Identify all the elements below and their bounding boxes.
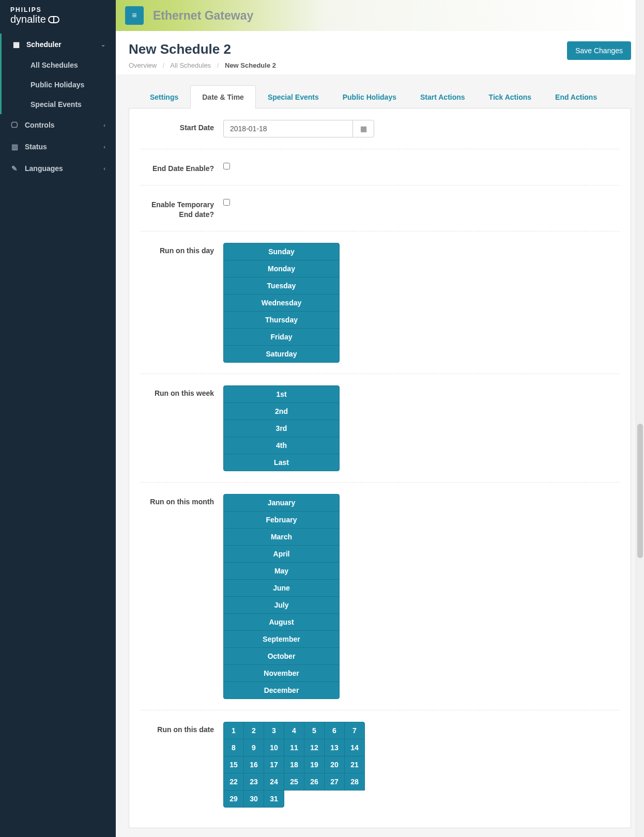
- date-cell[interactable]: 26: [304, 773, 325, 791]
- date-cell[interactable]: 15: [223, 756, 244, 773]
- sidebar-item-public-holidays[interactable]: Public Holidays: [2, 75, 116, 95]
- brand-logo-icon: [48, 16, 59, 23]
- date-cell[interactable]: 1: [223, 722, 244, 739]
- tab-end-actions[interactable]: End Actions: [543, 85, 609, 109]
- date-cell[interactable]: 18: [284, 756, 304, 773]
- breadcrumb-item[interactable]: All Schedules: [170, 61, 211, 69]
- day-btn-tuesday[interactable]: Tuesday: [223, 277, 340, 295]
- monitor-icon: 🖵: [10, 121, 19, 129]
- chevron-left-icon: ‹: [103, 165, 105, 172]
- date-cell[interactable]: 17: [264, 756, 284, 773]
- date-cell[interactable]: 8: [223, 739, 244, 756]
- row-run-week: Run on this week 1st 2nd 3rd 4th Last: [141, 385, 619, 483]
- month-btn-oct[interactable]: October: [223, 647, 340, 665]
- chevron-down-icon: ⌄: [101, 41, 105, 48]
- end-date-enable-checkbox[interactable]: [223, 163, 230, 169]
- scrollbar-thumb[interactable]: [637, 424, 643, 558]
- sidebar-item-special-events[interactable]: Special Events: [2, 95, 116, 114]
- month-btn-jan[interactable]: January: [223, 494, 340, 512]
- date-cell[interactable]: 25: [284, 773, 304, 791]
- panel-wrap: Settings Date & Time Special Events Publ…: [116, 74, 644, 837]
- date-cell[interactable]: 7: [344, 722, 365, 739]
- month-btn-mar[interactable]: March: [223, 528, 340, 546]
- date-cell[interactable]: 20: [324, 756, 345, 773]
- week-btn-1st[interactable]: 1st: [223, 385, 340, 403]
- date-cell[interactable]: 4: [284, 722, 304, 739]
- date-cell[interactable]: 2: [243, 722, 264, 739]
- date-cell[interactable]: 19: [304, 756, 325, 773]
- label-end-date-enable: End Date Enable?: [141, 161, 223, 174]
- save-button[interactable]: Save Changes: [567, 41, 631, 60]
- sidebar-item-status[interactable]: ▥ Status ‹: [0, 136, 116, 158]
- week-btn-3rd[interactable]: 3rd: [223, 420, 340, 437]
- date-cell[interactable]: 21: [344, 756, 365, 773]
- week-buttons: 1st 2nd 3rd 4th Last: [223, 385, 340, 471]
- date-cell[interactable]: 10: [264, 739, 284, 756]
- sidebar-item-languages[interactable]: ✎ Languages ‹: [0, 158, 116, 179]
- date-cell[interactable]: 14: [344, 739, 365, 756]
- date-cell[interactable]: 6: [324, 722, 345, 739]
- day-btn-thursday[interactable]: Thursday: [223, 311, 340, 329]
- week-btn-2nd[interactable]: 2nd: [223, 402, 340, 420]
- tab-tick-actions[interactable]: Tick Actions: [477, 85, 543, 109]
- date-cell[interactable]: 5: [304, 722, 325, 739]
- month-btn-aug[interactable]: August: [223, 613, 340, 631]
- breadcrumb: Overview / All Schedules / New Schedule …: [129, 61, 276, 69]
- month-btn-feb[interactable]: February: [223, 511, 340, 529]
- week-btn-4th[interactable]: 4th: [223, 437, 340, 454]
- date-cell[interactable]: 9: [243, 739, 264, 756]
- day-btn-sunday[interactable]: Sunday: [223, 243, 340, 260]
- date-cell[interactable]: 29: [223, 790, 244, 808]
- day-btn-wednesday[interactable]: Wednesday: [223, 294, 340, 312]
- day-btn-friday[interactable]: Friday: [223, 328, 340, 346]
- tab-special-events[interactable]: Special Events: [256, 85, 331, 109]
- day-btn-saturday[interactable]: Saturday: [223, 345, 340, 363]
- temp-end-date-checkbox[interactable]: [223, 199, 230, 206]
- row-run-month: Run on this month January February March…: [141, 494, 619, 710]
- date-cell[interactable]: 31: [264, 790, 284, 808]
- label-run-day: Run on this day: [141, 243, 223, 256]
- date-grid: 1 2 3 4 5 6 7 8 9 10: [223, 722, 370, 807]
- date-cell[interactable]: 22: [223, 773, 244, 791]
- date-cell[interactable]: 3: [264, 722, 284, 739]
- tab-start-actions[interactable]: Start Actions: [408, 85, 477, 109]
- month-btn-jul[interactable]: July: [223, 596, 340, 614]
- menu-toggle-button[interactable]: ≡: [125, 6, 144, 25]
- date-cell[interactable]: 12: [304, 739, 325, 756]
- tab-public-holidays[interactable]: Public Holidays: [331, 85, 408, 109]
- label-run-date: Run on this date: [141, 722, 223, 735]
- breadcrumb-item[interactable]: Overview: [129, 61, 157, 69]
- date-cell[interactable]: 30: [243, 790, 264, 808]
- label-start-date: Start Date: [141, 120, 223, 133]
- date-cell[interactable]: 28: [344, 773, 365, 791]
- month-btn-dec[interactable]: December: [223, 681, 340, 699]
- month-btn-nov[interactable]: November: [223, 664, 340, 682]
- date-cell[interactable]: 11: [284, 739, 304, 756]
- page-title: New Schedule 2: [129, 41, 276, 57]
- chart-icon: ▥: [10, 143, 19, 151]
- month-btn-jun[interactable]: June: [223, 579, 340, 597]
- date-cell[interactable]: 24: [264, 773, 284, 791]
- month-btn-apr[interactable]: April: [223, 545, 340, 563]
- row-start-date: Start Date ▦: [141, 120, 619, 149]
- nav-section-scheduler: ▦ Scheduler ⌄ All Schedules Public Holid…: [0, 34, 116, 114]
- sidebar-item-controls[interactable]: 🖵 Controls ‹: [0, 114, 116, 136]
- date-cell[interactable]: 23: [243, 773, 264, 791]
- day-btn-monday[interactable]: Monday: [223, 260, 340, 277]
- date-cell[interactable]: 13: [324, 739, 345, 756]
- start-date-input[interactable]: [223, 120, 352, 137]
- month-btn-sep[interactable]: September: [223, 630, 340, 648]
- date-cell[interactable]: 16: [243, 756, 264, 773]
- sidebar-item-all-schedules[interactable]: All Schedules: [2, 55, 116, 75]
- tab-settings[interactable]: Settings: [138, 85, 190, 109]
- hamburger-icon: ≡: [132, 11, 136, 20]
- week-btn-last[interactable]: Last: [223, 454, 340, 471]
- sidebar-item-scheduler[interactable]: ▦ Scheduler ⌄: [2, 34, 116, 55]
- scrollbar[interactable]: [636, 0, 644, 837]
- tab-date-time[interactable]: Date & Time: [190, 85, 256, 109]
- breadcrumb-sep: /: [217, 61, 219, 69]
- month-btn-may[interactable]: May: [223, 562, 340, 580]
- label-run-month: Run on this month: [141, 494, 223, 507]
- date-cell[interactable]: 27: [324, 773, 345, 791]
- calendar-button[interactable]: ▦: [352, 120, 374, 137]
